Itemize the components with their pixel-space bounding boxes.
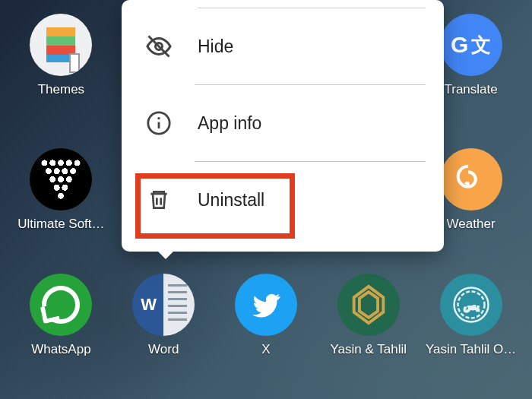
info-icon xyxy=(144,110,173,136)
menu-item-app-info[interactable]: App info xyxy=(122,85,444,161)
app-whatsapp[interactable]: WhatsApp xyxy=(14,274,109,357)
trash-icon xyxy=(144,188,173,212)
app-label: Yasin & Tahlil xyxy=(331,342,407,357)
app-label: Yasin Tahlil O… xyxy=(426,342,516,357)
translate-icon: G文 xyxy=(440,14,502,76)
svg-text:يس: يس xyxy=(463,301,479,312)
app-yasin-tahlil-o[interactable]: يس Yasin Tahlil O… xyxy=(423,274,518,357)
app-word[interactable]: W Word xyxy=(116,274,211,357)
twitter-icon xyxy=(235,274,297,336)
app-label: X xyxy=(261,342,270,357)
app-row-3: WhatsApp W Word X Yasin & Tahlil يس Yasi… xyxy=(0,274,532,357)
menu-item-uninstall[interactable]: Uninstall xyxy=(122,162,444,238)
ultimate-icon xyxy=(30,148,92,211)
menu-item-label: App info xyxy=(198,113,261,134)
app-yasin-tahlil[interactable]: Yasin & Tahlil xyxy=(321,274,416,357)
word-icon: W xyxy=(132,274,195,336)
weather-icon xyxy=(440,148,502,211)
themes-icon xyxy=(30,14,92,76)
app-themes[interactable]: Themes xyxy=(14,14,109,97)
yasin1-icon xyxy=(337,274,400,336)
menu-item-label: Uninstall xyxy=(198,190,264,211)
yasin2-icon: يس xyxy=(440,274,502,336)
hide-icon xyxy=(144,33,173,60)
app-label: WhatsApp xyxy=(31,342,90,357)
svg-marker-2 xyxy=(359,292,378,318)
svg-point-10 xyxy=(157,117,160,119)
app-label: Ultimate Soft… xyxy=(17,217,104,232)
app-label: Themes xyxy=(38,82,84,97)
context-menu: Hide App info Uninstall xyxy=(122,0,444,252)
app-label: Weather xyxy=(447,217,496,232)
app-label: Word xyxy=(148,342,179,357)
app-label: Translate xyxy=(444,82,497,97)
app-x[interactable]: X xyxy=(219,274,314,357)
menu-item-label: Hide xyxy=(198,36,233,57)
app-ultimate-soft[interactable]: Ultimate Soft… xyxy=(14,148,109,232)
menu-item-hide[interactable]: Hide xyxy=(122,8,444,84)
whatsapp-icon xyxy=(30,274,92,336)
